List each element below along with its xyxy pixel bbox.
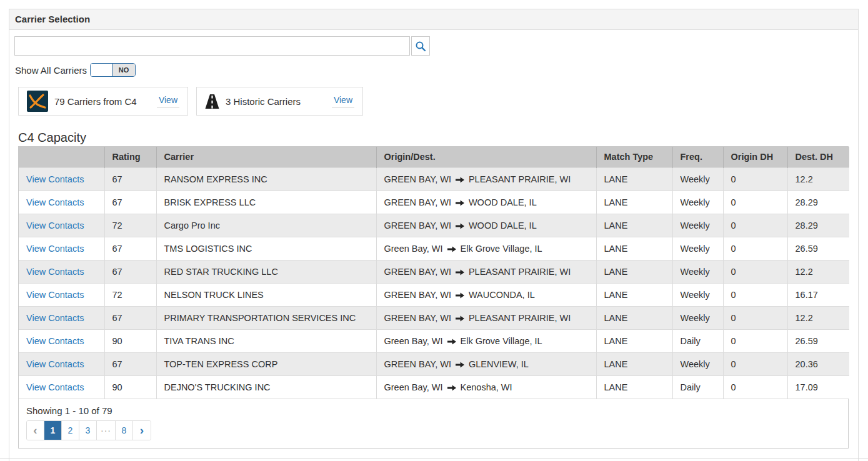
carrier-cell: Cargo Pro Inc (156, 214, 376, 237)
dest-text: PLEASANT PRAIRIE, WI (469, 313, 571, 323)
view-contacts-link[interactable]: View Contacts (26, 244, 84, 254)
pagination-page[interactable]: 8 (116, 421, 133, 440)
origin-dh-cell: 0 (723, 260, 787, 283)
pagination-page[interactable]: 3 (79, 421, 97, 440)
origin-text: GREEN BAY, WI (384, 290, 451, 300)
search-icon (415, 41, 426, 52)
table-header: Rating Carrier Origin/Dest. Match Type F… (19, 147, 849, 167)
rating-cell: 67 (104, 352, 156, 375)
c4-carriers-count-label: 79 Carriers from C4 (54, 96, 137, 107)
view-contacts-link[interactable]: View Contacts (26, 290, 84, 300)
header-origin-dest: Origin/Dest. (376, 147, 596, 167)
historic-carriers-card: 3 Historic Carriers View (196, 87, 363, 116)
pagination-prev-button[interactable]: ‹ (27, 421, 44, 440)
match-type-cell: LANE (596, 260, 672, 283)
match-type-cell: LANE (596, 352, 672, 375)
match-type-cell: LANE (596, 191, 672, 214)
search-button[interactable] (411, 36, 430, 56)
origin-dest-cell: Green Bay, WIElk Grove Village, IL (376, 237, 596, 260)
dest-text: Kenosha, WI (461, 382, 512, 392)
route-arrow-icon (456, 200, 464, 206)
table-footer: Showing 1 - 10 of 79 ‹ 123···8 › (19, 399, 848, 448)
view-contacts-link[interactable]: View Contacts (26, 313, 84, 323)
table-row: View Contacts 90 DEJNO'S TRUCKING INC Gr… (19, 375, 849, 399)
carrier-cell: NELSON TRUCK LINES (156, 283, 376, 306)
origin-dest-cell: Green Bay, WIKenosha, WI (376, 375, 596, 399)
dest-text: PLEASANT PRAIRIE, WI (469, 267, 571, 277)
route-arrow-icon (456, 177, 464, 183)
match-type-cell: LANE (596, 329, 672, 352)
dest-text: GLENVIEW, IL (469, 359, 529, 369)
dest-dh-cell: 17.09 (787, 375, 849, 399)
view-contacts-link[interactable]: View Contacts (26, 221, 84, 230)
table-row: View Contacts 72 Cargo Pro Inc GREEN BAY… (19, 214, 849, 237)
origin-dh-cell: 0 (723, 375, 787, 399)
carrier-cell: TMS LOGISTICS INC (156, 237, 376, 260)
pagination-page[interactable]: 2 (62, 421, 79, 440)
rating-cell: 72 (104, 283, 156, 306)
origin-dest-cell: GREEN BAY, WIWOOD DALE, IL (376, 191, 596, 214)
pagination: ‹ 123···8 › (26, 420, 151, 440)
header-origin-dh: Origin DH (723, 147, 787, 167)
rating-cell: 90 (104, 329, 156, 352)
page-bottom-divider (0, 458, 868, 459)
table-row: View Contacts 67 BRISK EXPRESS LLC GREEN… (19, 191, 849, 214)
rating-cell: 67 (104, 260, 156, 283)
origin-dh-cell: 0 (723, 283, 787, 306)
origin-text: GREEN BAY, WI (384, 359, 451, 369)
carrier-cell: BRISK EXPRESS LLC (156, 191, 376, 214)
carrier-search-input[interactable] (14, 36, 410, 56)
table-row: View Contacts 67 RANSOM EXPRESS INC GREE… (19, 167, 849, 191)
freq-cell: Weekly (672, 352, 723, 375)
show-all-carriers-row: Show All Carriers NO (15, 63, 136, 77)
view-contacts-link[interactable]: View Contacts (26, 267, 84, 277)
origin-dest-cell: GREEN BAY, WIPLEASANT PRAIRIE, WI (376, 306, 596, 329)
freq-cell: Daily (672, 329, 723, 352)
table-row: View Contacts 67 TOP-TEN EXPRESS CORP GR… (19, 352, 849, 375)
origin-text: GREEN BAY, WI (384, 267, 451, 277)
match-type-cell: LANE (596, 214, 672, 237)
toggle-knob (91, 64, 112, 76)
dest-text: WAUCONDA, IL (469, 290, 535, 300)
road-icon (205, 93, 219, 110)
table-row: View Contacts 67 TMS LOGISTICS INC Green… (19, 237, 849, 260)
view-contacts-link[interactable]: View Contacts (26, 174, 84, 184)
route-arrow-icon (456, 223, 464, 229)
view-contacts-link[interactable]: View Contacts (26, 197, 84, 207)
pagination-page-current[interactable]: 1 (44, 421, 62, 440)
carrier-cell: RANSOM EXPRESS INC (156, 167, 376, 191)
origin-dh-cell: 0 (723, 306, 787, 329)
origin-dh-cell: 0 (723, 352, 787, 375)
match-type-cell: LANE (596, 237, 672, 260)
freq-cell: Daily (672, 375, 723, 399)
view-historic-carriers-link[interactable]: View (332, 95, 354, 107)
match-type-cell: LANE (596, 283, 672, 306)
carrier-selection-panel: Carrier Selection Show All Carriers NO 7… (9, 9, 859, 461)
match-type-cell: LANE (596, 167, 672, 191)
view-contacts-link[interactable]: View Contacts (26, 359, 84, 369)
rating-cell: 90 (104, 375, 156, 399)
view-c4-carriers-link[interactable]: View (157, 95, 179, 107)
view-contacts-link[interactable]: View Contacts (26, 382, 84, 392)
summary-cards: 79 Carriers from C4 View 3 Historic Carr… (18, 87, 363, 116)
toggle-state-label: NO (112, 64, 135, 76)
carrier-cell: TIVA TRANS INC (156, 329, 376, 352)
historic-carriers-count-label: 3 Historic Carriers (226, 96, 301, 107)
header-contacts (19, 147, 104, 167)
dest-dh-cell: 26.59 (787, 329, 849, 352)
origin-dest-cell: GREEN BAY, WIGLENVIEW, IL (376, 352, 596, 375)
pagination-ellipsis[interactable]: ··· (97, 421, 116, 440)
rating-cell: 72 (104, 214, 156, 237)
chevron-right-icon: › (140, 424, 144, 437)
origin-dh-cell: 0 (723, 237, 787, 260)
pagination-next-button[interactable]: › (133, 421, 151, 440)
header-carrier: Carrier (156, 147, 376, 167)
route-arrow-icon (456, 362, 464, 368)
view-contacts-link[interactable]: View Contacts (26, 336, 84, 346)
freq-cell: Weekly (672, 214, 723, 237)
show-all-carriers-toggle[interactable]: NO (90, 63, 136, 77)
origin-dest-cell: GREEN BAY, WIWAUCONDA, IL (376, 283, 596, 306)
origin-dh-cell: 0 (723, 167, 787, 191)
carrier-cell: TOP-TEN EXPRESS CORP (156, 352, 376, 375)
panel-title: Carrier Selection (9, 9, 858, 30)
